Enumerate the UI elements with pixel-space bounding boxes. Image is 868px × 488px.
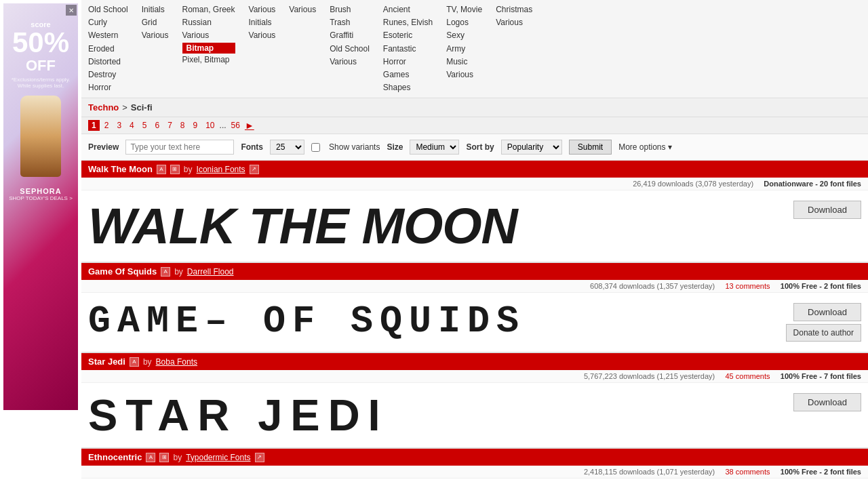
sort-select[interactable]: Popularity Name Date Downloads	[501, 140, 562, 155]
nav-item-various-5[interactable]: Various	[289, 3, 316, 16]
nav-col-7: Ancient Runes, Elvish Esoteric Fantastic…	[383, 3, 433, 94]
font-author-game-of-squids[interactable]: Darrell Flood	[187, 267, 234, 277]
font-comments-4[interactable]: 38 comments	[725, 468, 770, 476]
font-comments-3[interactable]: 45 comments	[725, 372, 770, 380]
font-preview-area-4: ETHNOCENTRIC Download	[81, 479, 868, 488]
font-entry-walk-the-moon: Walk The Moon A ⊞ by Iconian Fonts ↗ 26,…	[81, 161, 868, 263]
nav-item-army[interactable]: Army	[446, 43, 482, 56]
nav-item-pixel-bitmap[interactable]: Pixel, Bitmap	[182, 54, 235, 66]
donate-button-2[interactable]: Donate to author	[786, 324, 861, 342]
nav-item-fantastic[interactable]: Fantastic	[383, 43, 433, 56]
nav-item-various-7[interactable]: Various	[446, 68, 482, 81]
nav-item-horror-2[interactable]: Horror	[383, 56, 433, 68]
page-10[interactable]: 10	[202, 120, 218, 131]
font-entry-game-of-squids: Game Of Squids A by Darrell Flood 608,37…	[81, 263, 868, 353]
ad-shop-link[interactable]: SHOP TODAY'S DEALS >	[9, 195, 73, 201]
page-4[interactable]: 4	[126, 120, 138, 131]
nav-item-eroded[interactable]: Eroded	[88, 43, 128, 56]
ad-close-button[interactable]: ✕	[66, 5, 77, 16]
nav-item-destroy[interactable]: Destroy	[88, 68, 128, 81]
font-preview-area-1: WALK THE MOON Download	[81, 190, 868, 262]
font-preview-text-3: STAR JEDI	[88, 393, 793, 437]
pagination-next[interactable]: ►	[245, 120, 254, 131]
nav-item-graffiti[interactable]: Graffiti	[330, 29, 370, 42]
nav-item-initials[interactable]: Initials	[142, 3, 169, 16]
show-variants-checkbox[interactable]	[311, 143, 320, 152]
font-license-4: 100% Free - 2 font files	[781, 468, 861, 476]
font-comments-2[interactable]: 13 comments	[725, 282, 770, 290]
fonts-select[interactable]: 25 10 50 100	[270, 140, 304, 155]
font-by-2: by	[174, 267, 183, 277]
nav-item-brush[interactable]: Brush	[330, 3, 370, 16]
font-author-ethnocentric[interactable]: Typodermic Fonts	[186, 453, 250, 462]
page-7[interactable]: 7	[164, 120, 176, 131]
page-8[interactable]: 8	[177, 120, 189, 131]
font-name-game-of-squids[interactable]: Game Of Squids	[88, 266, 157, 277]
page-9[interactable]: 9	[190, 120, 201, 131]
nav-item-bitmap-active[interactable]: Bitmap	[182, 43, 235, 54]
font-name-walk-the-moon[interactable]: Walk The Moon	[88, 164, 153, 174]
nav-item-music[interactable]: Music	[446, 56, 482, 68]
submit-button[interactable]: Submit	[569, 140, 612, 155]
nav-item-old-school[interactable]: Old School	[88, 3, 128, 16]
nav-item-various-1[interactable]: Various	[142, 29, 169, 42]
download-button-2[interactable]: Download	[793, 303, 861, 321]
nav-item-roman-greek[interactable]: Roman, Greek	[182, 3, 235, 16]
nav-item-various-2[interactable]: Various	[182, 29, 235, 42]
nav-item-grid[interactable]: Grid	[142, 16, 169, 29]
nav-col-8: TV, Movie Logos Sexy Army Music Various	[446, 3, 482, 94]
nav-item-various-3[interactable]: Various	[249, 3, 276, 16]
font-author-star-jedi[interactable]: Boba Fonts	[156, 357, 197, 367]
nav-item-tv-movie[interactable]: TV, Movie	[446, 3, 482, 16]
nav-item-trash[interactable]: Trash	[330, 16, 370, 29]
nav-item-logos[interactable]: Logos	[446, 16, 482, 29]
nav-item-games[interactable]: Games	[383, 68, 433, 81]
nav-item-sexy[interactable]: Sexy	[446, 29, 482, 42]
nav-item-runes-elvish[interactable]: Runes, Elvish	[383, 16, 433, 29]
download-button-1[interactable]: Download	[793, 201, 861, 219]
nav-item-ancient[interactable]: Ancient	[383, 3, 433, 16]
more-options-link[interactable]: More options ▾	[618, 142, 672, 152]
nav-item-various-8[interactable]: Various	[496, 16, 532, 29]
page-3[interactable]: 3	[113, 120, 125, 131]
size-select[interactable]: Medium Small Large X-Large	[410, 140, 459, 155]
font-external-link-4[interactable]: ↗	[255, 453, 264, 462]
nav-item-initials-2[interactable]: Initials	[249, 16, 276, 29]
nav-item-curly[interactable]: Curly	[88, 16, 128, 29]
nav-item-russian[interactable]: Russian	[182, 16, 235, 29]
font-license-3: 100% Free - 7 font files	[781, 372, 861, 380]
ad-product-image	[20, 96, 61, 177]
nav-item-horror[interactable]: Horror	[88, 81, 128, 94]
font-downloads-4: 2,418,115 downloads (1,071 yesterday)	[584, 468, 715, 476]
nav-item-esoteric[interactable]: Esoteric	[383, 29, 433, 42]
download-button-3[interactable]: Download	[793, 393, 861, 411]
nav-item-shapes[interactable]: Shapes	[383, 81, 433, 94]
font-by-1: by	[184, 165, 193, 174]
page-total[interactable]: 56	[228, 120, 243, 131]
nav-item-distorted[interactable]: Distorted	[88, 56, 128, 68]
breadcrumb-parent[interactable]: Techno	[88, 102, 119, 113]
nav-item-various-4[interactable]: Various	[249, 29, 276, 42]
page-1[interactable]: 1	[88, 120, 100, 131]
page-5[interactable]: 5	[139, 120, 151, 131]
font-name-ethnocentric[interactable]: Ethnocentric	[88, 452, 142, 462]
nav-item-old-school-2[interactable]: Old School	[330, 43, 370, 56]
nav-item-various-6[interactable]: Various	[330, 56, 370, 68]
font-author-walk-the-moon[interactable]: Iconian Fonts	[197, 165, 245, 174]
page-6[interactable]: 6	[151, 120, 163, 131]
font-name-star-jedi[interactable]: Star Jedi	[88, 357, 125, 367]
font-icon-4b: ⊞	[159, 453, 169, 462]
preview-input[interactable]	[125, 140, 234, 155]
font-preview-text-1: WALK THE MOON	[88, 201, 793, 251]
font-license-2: 100% Free - 2 font files	[781, 282, 861, 290]
font-icon-2a: A	[161, 267, 170, 277]
ad-discount-percent: 50%	[12, 28, 69, 57]
font-downloads-3: 5,767,223 downloads (1,215 yesterday)	[584, 372, 715, 380]
font-by-3: by	[143, 357, 152, 367]
nav-col-4: Various Initials Various	[249, 3, 276, 94]
ad-box[interactable]: ✕ score 50% OFF *Exclusions/terms apply.…	[3, 3, 78, 410]
page-2[interactable]: 2	[101, 120, 113, 131]
font-external-link-1[interactable]: ↗	[250, 165, 259, 174]
nav-item-christmas[interactable]: Christmas	[496, 3, 532, 16]
nav-item-western[interactable]: Western	[88, 29, 128, 42]
